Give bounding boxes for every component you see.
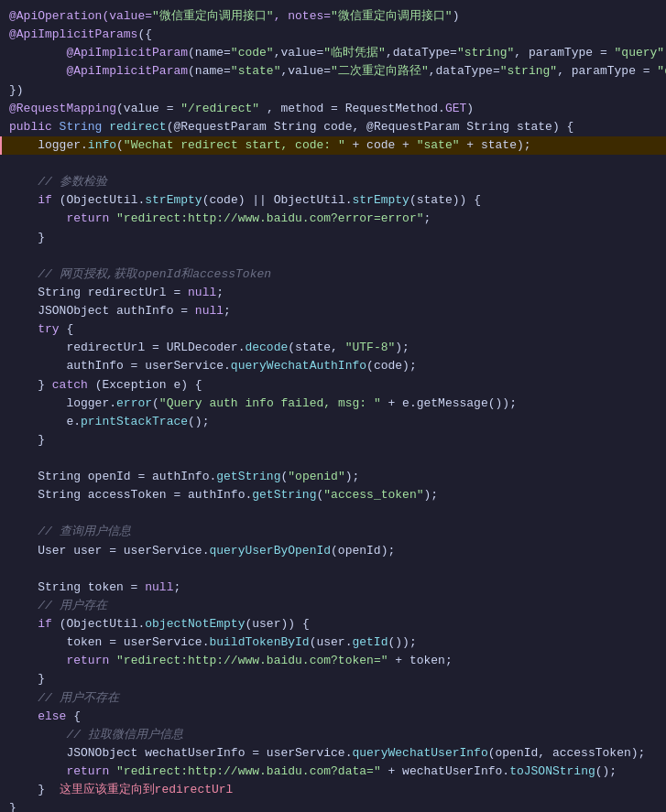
code-editor: @ApiOperation(value="微信重定向调用接口", notes="…	[0, 0, 666, 812]
code-line: })	[0, 81, 666, 100]
code-line: logger.info("Wechat redirect start, code…	[0, 136, 666, 155]
code-line: } catch (Exception e) {	[0, 376, 666, 395]
code-line: }	[0, 799, 666, 812]
code-line: return "redirect:http://www.baidu.com?er…	[0, 210, 666, 228]
code-line: @RequestMapping(value = "/redirect" , me…	[0, 100, 666, 118]
code-line	[0, 560, 666, 579]
code-line: @ApiImplicitParam(name="code",value="临时凭…	[0, 44, 666, 62]
code-line: String redirectUrl = null;	[0, 284, 666, 302]
code-line	[0, 504, 666, 523]
code-line: else {	[0, 708, 666, 726]
code-line: User user = userService.queryUserByOpenI…	[0, 542, 666, 560]
code-line: }	[0, 229, 666, 247]
code-line: e.printStackTrace();	[0, 413, 666, 431]
code-line: }	[0, 670, 666, 688]
code-line	[0, 449, 666, 468]
code-line: }	[0, 431, 666, 449]
code-line: // 用户不存在	[0, 689, 666, 708]
code-line: @ApiOperation(value="微信重定向调用接口", notes="…	[0, 7, 666, 26]
code-line: } 这里应该重定向到redirectUrl	[0, 781, 666, 799]
code-line: // 参数检验	[0, 173, 666, 191]
code-line: redirectUrl = URLDecoder.decode(state, "…	[0, 339, 666, 357]
code-line: return "redirect:http://www.baidu.com?da…	[0, 763, 666, 781]
code-line: JSONObject wechatUserInfo = userService.…	[0, 744, 666, 763]
code-line: public String redirect(@RequestParam Str…	[0, 118, 666, 136]
code-line: return "redirect:http://www.baidu.com?to…	[0, 652, 666, 670]
code-line: String accessToken = authInfo.getString(…	[0, 486, 666, 504]
code-line: String openId = authInfo.getString("open…	[0, 468, 666, 486]
code-line: @ApiImplicitParams({	[0, 26, 666, 44]
code-line: // 网页授权,获取openId和accessToken	[0, 265, 666, 284]
code-line: if (ObjectUtil.objectNotEmpty(user)) {	[0, 615, 666, 633]
code-line	[0, 247, 666, 265]
code-line	[0, 155, 666, 173]
code-line: token = userService.buildTokenById(user.…	[0, 633, 666, 652]
code-line: String token = null;	[0, 579, 666, 597]
code-line: try {	[0, 320, 666, 339]
code-line: authInfo = userService.queryWechatAuthIn…	[0, 357, 666, 375]
code-line: // 用户存在	[0, 597, 666, 615]
code-line: @ApiImplicitParam(name="state",value="二次…	[0, 62, 666, 81]
code-line: // 查询用户信息	[0, 523, 666, 541]
code-line: logger.error("Query auth info failed, ms…	[0, 395, 666, 413]
code-line: if (ObjectUtil.strEmpty(code) || ObjectU…	[0, 191, 666, 210]
code-line: // 拉取微信用户信息	[0, 726, 666, 744]
code-line: JSONObject authInfo = null;	[0, 302, 666, 320]
